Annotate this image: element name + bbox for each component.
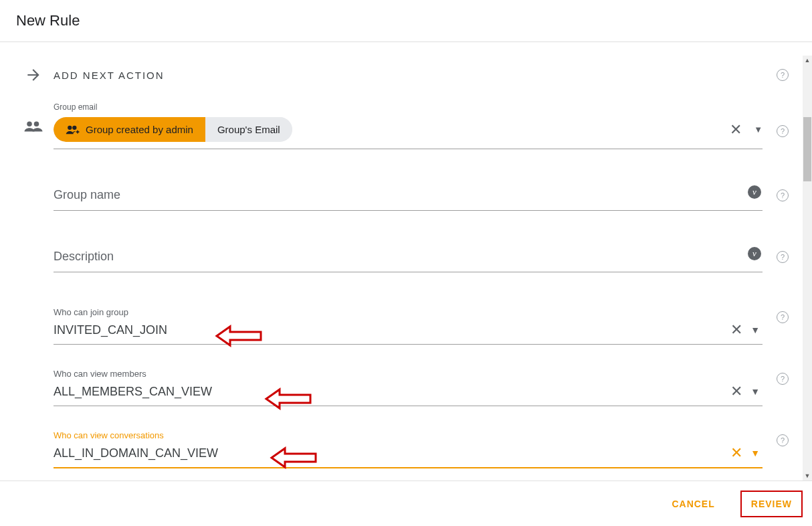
who-can-view-conversations-field: Who can view conversations ALL_IN_DOMAIN… (54, 430, 763, 468)
help-icon[interactable]: ? (777, 251, 789, 263)
who-can-view-members-field: Who can view members ALL_MEMBERS_CAN_VIE… (54, 369, 763, 406)
scroll-up-icon[interactable]: ▲ (803, 56, 812, 65)
group-email-chipbar: Group created by admin Group's Email ✕ ▼ (54, 116, 763, 149)
chip-groups-email[interactable]: Group's Email (205, 117, 292, 142)
clear-icon[interactable]: ✕ (730, 121, 742, 139)
variable-badge-icon[interactable]: v (748, 247, 761, 260)
chip-label: Group created by admin (86, 124, 193, 135)
select-value[interactable]: INVITED_CAN_JOIN (54, 323, 725, 337)
people-icon (23, 120, 43, 133)
who-can-join-field: Who can join group INVITED_CAN_JOIN ✕ ▼ (54, 307, 763, 345)
select-value[interactable]: ALL_MEMBERS_CAN_VIEW (54, 385, 725, 399)
scroll-down-icon[interactable]: ▼ (803, 471, 812, 480)
divider (0, 41, 812, 42)
group-name-field: Group name v (54, 184, 763, 211)
select-label: Who can join group (54, 307, 763, 317)
description-input[interactable] (54, 246, 763, 272)
clear-icon[interactable]: ✕ (725, 321, 748, 339)
chevron-down-icon[interactable]: ▼ (748, 448, 763, 458)
page-title: New Rule (16, 12, 796, 29)
svg-point-3 (72, 125, 76, 129)
help-icon[interactable]: ? (777, 125, 789, 137)
help-icon[interactable]: ? (777, 69, 789, 81)
help-icon[interactable]: ? (777, 189, 789, 201)
svg-point-1 (34, 122, 39, 127)
cancel-button[interactable]: CANCEL (662, 491, 724, 517)
section-title: ADD NEXT ACTION (54, 70, 763, 81)
vertical-scrollbar[interactable]: ▲ ▼ (803, 56, 812, 480)
chip-label: Group's Email (217, 124, 280, 135)
help-icon[interactable]: ? (777, 373, 789, 385)
select-value[interactable]: ALL_IN_DOMAIN_CAN_VIEW (54, 446, 725, 460)
group-email-label: Group email (54, 102, 763, 112)
arrow-forward-icon (25, 66, 42, 84)
scroll-track[interactable] (803, 65, 812, 471)
scroll-thumb[interactable] (803, 117, 811, 181)
group-name-input[interactable] (54, 184, 763, 211)
chevron-down-icon[interactable]: ▼ (754, 124, 763, 135)
scroll-viewport[interactable]: ADD NEXT ACTION ? Group email (0, 56, 803, 480)
page-header: New Rule (0, 0, 812, 41)
svg-point-2 (68, 125, 72, 129)
select-label: Who can view conversations (54, 430, 763, 440)
chip-group-created-by-admin[interactable]: Group created by admin (54, 117, 205, 142)
description-field: Description v (54, 246, 763, 272)
chevron-down-icon[interactable]: ▼ (748, 325, 763, 335)
chevron-down-icon[interactable]: ▼ (748, 386, 763, 397)
help-icon[interactable]: ? (777, 311, 789, 323)
clear-icon[interactable]: ✕ (725, 383, 748, 400)
select-label: Who can view members (54, 369, 763, 379)
help-icon[interactable]: ? (777, 434, 789, 446)
clear-icon[interactable]: ✕ (725, 444, 748, 462)
variable-badge-icon[interactable]: v (748, 185, 761, 199)
people-plus-icon (66, 124, 80, 135)
footer: CANCEL REVIEW (0, 480, 812, 526)
svg-point-0 (27, 122, 32, 127)
review-button[interactable]: REVIEW (740, 491, 803, 517)
